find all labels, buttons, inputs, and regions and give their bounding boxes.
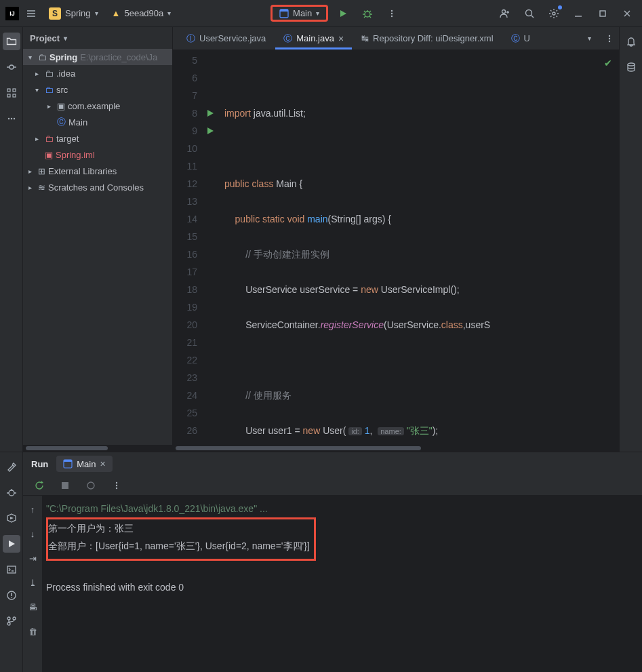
run-gutter-icon[interactable] [203, 104, 218, 122]
debug-button[interactable] [358, 4, 377, 23]
soft-wrap-button[interactable]: ⇥ [23, 549, 42, 568]
code-line [224, 351, 619, 369]
code-content[interactable]: import java.util.List; public class Main… [218, 50, 619, 445]
debug-tool-button[interactable] [3, 483, 20, 501]
tab-diff[interactable]: ↹ Repository Diff: uiDesigner.xml [353, 27, 502, 50]
svg-point-21 [628, 63, 635, 66]
chevron-down-icon: ▾ [35, 86, 42, 94]
up-button[interactable]: ↑ [23, 500, 42, 519]
minimize-icon [574, 9, 583, 18]
commit-tool-button[interactable] [3, 58, 20, 76]
code-line: ServiceContainer.registerService(UserSer… [224, 316, 619, 334]
tree-folder-src[interactable]: ▾ 🗀 src [23, 81, 172, 98]
folder-icon: 🗀 [38, 52, 47, 62]
tab-overflow[interactable]: Ⓒ U [503, 27, 538, 50]
problems-tool-button[interactable] [3, 587, 20, 604]
svg-rect-29 [64, 460, 72, 462]
layout-button[interactable] [81, 476, 100, 495]
terminal-icon [6, 564, 17, 575]
rerun-button[interactable] [30, 476, 49, 495]
bug-icon [6, 487, 17, 498]
tree-root[interactable]: ▾ 🗀 Spring E:\practice_code\Ja [23, 49, 172, 65]
svg-rect-30 [62, 482, 68, 489]
settings-button[interactable] [544, 4, 563, 23]
project-tool-button[interactable] [3, 33, 20, 50]
console-line: "C:\Program Files\Java\jdk1.8.0_221\bin\… [46, 500, 638, 517]
search-button[interactable] [520, 4, 539, 23]
minimize-button[interactable] [569, 4, 588, 23]
chevron-down-icon: ▾ [64, 35, 67, 42]
chevron-down-icon: ▾ [588, 35, 591, 42]
scrollbar-thumb[interactable] [176, 446, 421, 450]
interface-icon: Ⓘ [186, 33, 195, 45]
menu-button[interactable] [22, 4, 41, 23]
scratches-icon: ≋ [38, 182, 45, 193]
horizontal-scrollbar[interactable] [23, 445, 172, 452]
run-config-selector[interactable]: Main ▾ [270, 5, 328, 22]
line-numbers: 567891011121314151617181920212223242526 [173, 50, 203, 445]
build-tool-button[interactable] [3, 458, 20, 475]
tree-file-iml[interactable]: ▣ Spring.iml [23, 146, 172, 163]
branch-icon [6, 616, 17, 627]
tabs-more-button[interactable] [600, 29, 619, 48]
tree-package[interactable]: ▸ ▣ com.example [23, 98, 172, 114]
tree-class-main[interactable]: Ⓒ Main [23, 114, 172, 130]
folder-icon: 🗀 [45, 85, 54, 95]
close-run-tab-button[interactable]: × [100, 458, 105, 469]
kebab-icon [605, 34, 614, 43]
tabs-dropdown-button[interactable]: ▾ [580, 29, 599, 48]
editor-tabs: Ⓘ UserService.java Ⓒ Main.java × ↹ Repos… [173, 27, 619, 50]
down-button[interactable]: ↓ [23, 524, 42, 543]
tab-main[interactable]: Ⓒ Main.java × [275, 27, 352, 50]
more-tools-button[interactable] [3, 110, 20, 127]
vcs-tool-button[interactable] [3, 612, 20, 630]
vcs-selector[interactable]: ▲ 5eead90a ▾ [106, 6, 177, 20]
tree-folder-idea[interactable]: ▸ 🗀 .idea [23, 65, 172, 81]
run-title: Run [31, 459, 48, 469]
svg-rect-12 [13, 89, 16, 92]
code-with-me-button[interactable] [496, 4, 515, 23]
code-editor[interactable]: ✔ 56789101112131415161718192021222324252… [173, 50, 619, 445]
console-output[interactable]: "C:\Program Files\Java\jdk1.8.0_221\bin\… [42, 496, 642, 672]
services-tool-button[interactable] [3, 509, 20, 527]
panel-header[interactable]: Project ▾ [23, 27, 172, 49]
tree-external-libraries[interactable]: ▸ ⊞ External Libraries [23, 163, 172, 179]
run-gutter-icon[interactable] [203, 122, 218, 140]
close-button[interactable] [618, 4, 637, 23]
code-line: // 手动创建注册实例 [224, 245, 619, 263]
database-button[interactable] [622, 58, 640, 76]
print-button[interactable]: 🖶 [23, 597, 42, 616]
scroll-to-end-button[interactable]: ⤓ [23, 573, 42, 592]
code-line: User user1 = new User( id: 1, name: "张三"… [224, 422, 619, 439]
editor-horizontal-scrollbar[interactable] [173, 445, 619, 452]
notifications-button[interactable] [622, 33, 640, 50]
run-tab-main[interactable]: Main × [56, 456, 112, 472]
problems-icon [6, 590, 17, 601]
more-button[interactable] [107, 476, 126, 495]
structure-tool-button[interactable] [3, 84, 20, 102]
scrollbar-thumb[interactable] [26, 446, 108, 450]
code-line: public static void main(String[] args) { [224, 210, 619, 228]
tree-scratches[interactable]: ▸ ≋ Scratches and Consoles [23, 179, 172, 195]
more-actions-button[interactable] [382, 4, 401, 23]
terminal-tool-button[interactable] [3, 561, 20, 578]
tab-label: Main.java [296, 33, 334, 43]
project-tree: ▾ 🗀 Spring E:\practice_code\Ja ▸ 🗀 .idea… [23, 49, 172, 445]
tree-label: com.example [68, 101, 120, 111]
ellipsis-icon [6, 113, 17, 124]
run-content: Run Main × ↑ ↓ ⇥ ⤓ 🖶 🗑 "C:\Program [23, 452, 642, 672]
stop-button[interactable] [56, 476, 75, 495]
run-button[interactable] [334, 4, 353, 23]
folder-icon [6, 36, 17, 47]
tab-userservice[interactable]: Ⓘ UserService.java [178, 27, 274, 50]
run-tool-button[interactable] [3, 535, 20, 553]
tree-label: Main [68, 117, 87, 127]
close-tab-button[interactable]: × [338, 33, 344, 44]
run-toolbar [23, 475, 642, 496]
tree-folder-target[interactable]: ▸ 🗀 target [23, 130, 172, 146]
clear-button[interactable]: 🗑 [23, 622, 42, 641]
highlighted-output: 第一个用户为：张三 全部用户：[User{id=1, name='张三'}, U… [46, 517, 316, 561]
project-selector[interactable]: S Spring ▾ [43, 5, 104, 22]
console-line: Process finished with exit code 0 [46, 578, 638, 596]
maximize-button[interactable] [593, 4, 612, 23]
